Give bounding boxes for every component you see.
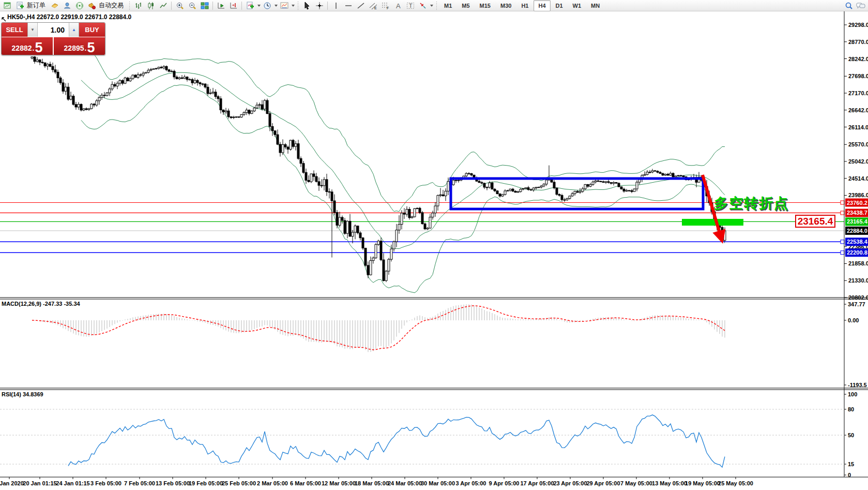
toolbar-drag-handle[interactable] — [435, 2, 437, 10]
new-order-label[interactable]: 新订单 — [27, 1, 45, 10]
candle-body — [667, 174, 669, 175]
candle-body — [119, 80, 121, 83]
candle-body — [121, 80, 124, 83]
horizontal-line-icon[interactable] — [342, 1, 354, 11]
hline-axis-marker[interactable] — [841, 211, 844, 215]
chart-window-icon[interactable] — [2, 1, 13, 11]
crosshair-icon[interactable] — [313, 1, 325, 11]
arrows-tool-icon[interactable] — [417, 1, 429, 11]
tab-timeframe-m5[interactable]: M5 — [457, 0, 474, 11]
candle-body — [651, 171, 653, 172]
hline-axis-marker[interactable] — [841, 240, 844, 244]
time-axis-label: 19 Feb 05:00 — [189, 480, 223, 486]
chart-canvas[interactable]: 29298.028770.028242.027698.027170.026642… — [0, 0, 868, 490]
time-axis-label: 13 May 05:00 — [652, 480, 687, 486]
templates-icon[interactable] — [278, 1, 290, 11]
candle-body — [352, 232, 354, 236]
auto-scroll-icon[interactable] — [215, 1, 227, 11]
axis-badge-label: 22538.4 — [847, 239, 868, 245]
chat-icon[interactable] — [855, 1, 866, 11]
periods-dropdown-caret[interactable] — [275, 5, 278, 7]
zoom-out-icon[interactable] — [186, 1, 198, 11]
candle-body — [124, 78, 126, 83]
price-callout-box[interactable]: 23165.4 — [795, 215, 835, 228]
indicators-dropdown-caret[interactable] — [257, 5, 261, 7]
toolbar-drag-handle[interactable] — [297, 2, 299, 10]
candle-body — [271, 126, 273, 130]
hline-axis-marker[interactable] — [841, 251, 844, 255]
candle-body — [532, 188, 535, 190]
candle-body — [114, 84, 116, 86]
buy-price-panel[interactable]: 22895 . 5 — [54, 37, 105, 55]
bollinger-upper-band[interactable] — [81, 40, 725, 212]
tile-windows-icon[interactable] — [199, 1, 210, 11]
candle-body — [424, 224, 426, 229]
volume-decrease-button[interactable]: ▼ — [28, 23, 38, 37]
candle-body — [682, 176, 684, 177]
turning-point-annotation[interactable]: 多空转折点 — [714, 194, 789, 213]
toolbar-drag-handle[interactable] — [128, 2, 130, 10]
rsi-axis-label: 0 — [848, 472, 851, 478]
macd-axis-label: -1193.5 — [848, 382, 867, 388]
arrows-dropdown-caret[interactable] — [430, 5, 433, 7]
candle-body — [184, 77, 186, 79]
candle-body — [354, 226, 356, 232]
candle-body — [359, 233, 361, 238]
time-axis-label: 7 May 05:00 — [620, 480, 652, 486]
hline-axis-marker[interactable] — [841, 201, 844, 204]
bollinger-lower-band[interactable] — [81, 85, 725, 293]
tab-timeframe-m15[interactable]: M15 — [475, 0, 495, 11]
tab-timeframe-m30[interactable]: M30 — [496, 0, 516, 11]
tab-timeframe-m1[interactable]: M1 — [439, 0, 456, 11]
tab-timeframe-h1[interactable]: H1 — [516, 0, 533, 11]
zoom-in-icon[interactable] — [174, 1, 186, 11]
candle-body — [178, 78, 180, 79]
signals-icon[interactable] — [73, 1, 85, 11]
volume-increase-button[interactable]: ▲ — [69, 23, 79, 37]
tab-timeframe-d1[interactable]: D1 — [551, 0, 568, 11]
sell-price-dot: . — [33, 44, 35, 52]
time-axis-label: 25 May 05:00 — [718, 480, 753, 486]
equidistant-channel-icon[interactable]: E — [367, 1, 379, 11]
price-tick-label: 27698.0 — [848, 73, 868, 79]
fibonacci-icon[interactable]: F — [379, 1, 391, 11]
autotrading-icon[interactable] — [86, 1, 98, 11]
text-icon[interactable]: A — [392, 1, 404, 11]
autotrading-label[interactable]: 自动交易 — [99, 1, 124, 10]
candle-body — [333, 201, 336, 212]
chart-shift-icon[interactable] — [227, 1, 239, 11]
sell-button[interactable]: SELL — [2, 23, 27, 37]
volume-input[interactable]: 1.00 — [38, 23, 69, 37]
candle-body — [623, 189, 625, 191]
candle-body — [253, 108, 255, 111]
vertical-line-icon[interactable] — [330, 1, 342, 11]
metaeditor-icon[interactable] — [49, 1, 60, 11]
search-icon[interactable] — [843, 1, 855, 11]
candle-body — [582, 189, 584, 191]
line-chart-icon[interactable] — [157, 1, 169, 11]
candle-body — [383, 260, 385, 280]
text-label-icon[interactable]: T — [404, 1, 416, 11]
trendline-icon[interactable] — [355, 1, 367, 11]
indicators-icon[interactable] — [244, 1, 256, 11]
accounts-icon[interactable] — [61, 1, 73, 11]
candle-body — [664, 174, 666, 175]
periods-icon[interactable] — [261, 1, 273, 11]
buy-button[interactable]: BUY — [79, 23, 105, 37]
time-axis-label: 18 Mar 05:00 — [355, 480, 389, 486]
tab-timeframe-h4[interactable]: H4 — [534, 0, 550, 11]
templates-dropdown-caret[interactable] — [292, 5, 295, 7]
price-tick-label: 21330.0 — [848, 277, 868, 284]
candle-body — [628, 190, 630, 191]
cursor-icon[interactable] — [301, 1, 313, 11]
candles-chart-icon[interactable] — [145, 1, 157, 11]
tab-timeframe-w1[interactable]: W1 — [568, 0, 586, 11]
toolbar-separator — [212, 2, 213, 10]
candle-body — [220, 99, 222, 110]
candle-body — [78, 105, 80, 107]
new-order-icon[interactable] — [14, 1, 26, 11]
sell-price-panel[interactable]: 22882 . 5 — [2, 37, 53, 55]
bars-chart-icon[interactable] — [132, 1, 144, 11]
support-highlight-bar[interactable] — [682, 219, 743, 226]
tab-timeframe-mn[interactable]: MN — [586, 0, 604, 11]
